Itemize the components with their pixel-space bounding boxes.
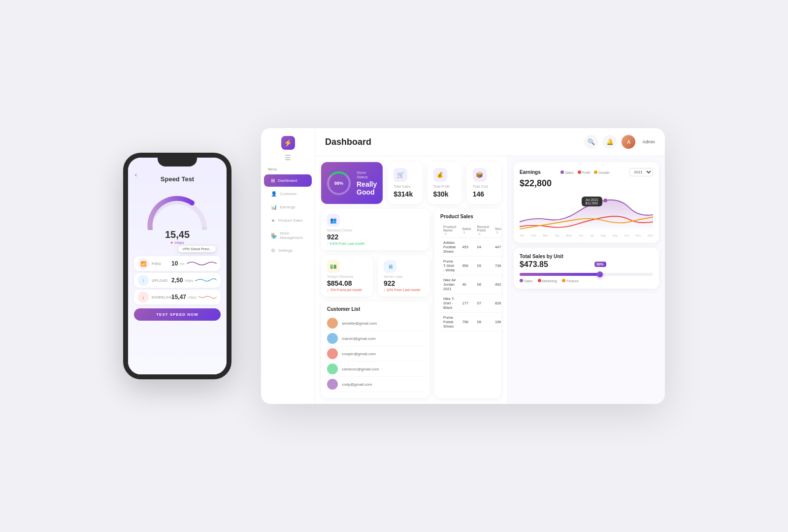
server-icon: 🖥	[384, 260, 396, 273]
customer-icon: 👤	[271, 191, 277, 197]
cell-record: 05	[474, 257, 492, 275]
total-sales-unit-title: Total Sales by Unit	[520, 254, 653, 259]
product-sales-icon: ★	[271, 218, 275, 223]
table-row: Puma Futsal Shoes 798 08 196 $219.78 Out…	[440, 313, 501, 332]
main-container: ‹ Speed Test	[0, 0, 788, 532]
left-col: 👥 Members Online 922 ↑ 9.8% From Last mo…	[321, 209, 429, 398]
customer-item: marvin@gmail.com	[327, 331, 424, 346]
hamburger-icon[interactable]: ☰	[261, 154, 315, 162]
total-profit-icon: 💰	[433, 168, 447, 182]
revenue-card: 💵 Today's Revenue $854.08 ↓ -5% FromLast…	[321, 255, 373, 297]
svg-point-2	[603, 199, 607, 202]
sidebar-item-label-customer: Customer	[280, 192, 297, 196]
customer-avatar-4	[327, 364, 338, 374]
cell-product-name: Puma Futsal Shoes	[440, 313, 459, 332]
customer-item: cooper@gmail.com	[327, 346, 424, 362]
total-cost-card: 📦 Total Cost 146	[467, 162, 501, 204]
table-row: Nike Air Jordan 2021 40 06 492 $202.87 O…	[440, 275, 501, 294]
tooltip-value: $12,500	[586, 201, 598, 205]
sidebar-item-store-management[interactable]: 🏪 Store Management	[264, 228, 312, 243]
table-row: Adidas Footbal Shoes 453 04 447 $293.01 …	[440, 238, 501, 257]
col-record[interactable]: Record Point ⇅	[474, 223, 492, 238]
sidebar-item-customer[interactable]: 👤 Customer	[264, 188, 312, 200]
customer-email-5: cody@gmail.com	[342, 382, 372, 387]
dashboard-header: Dashboard 🔍 🔔 A Admin	[315, 128, 665, 156]
members-label: Members Online	[327, 229, 424, 232]
search-button[interactable]: 🔍	[584, 135, 598, 149]
server-load-card: 🖥 Server Load 922 ↓ 10% From Last month	[378, 255, 429, 297]
earnings-card: Earnings Sales Profit Growth 2021 2020	[514, 162, 659, 243]
menu-label: Menu	[261, 167, 315, 171]
store-management-icon: 🏪	[271, 233, 277, 238]
customer-item: cody@gmail.com	[327, 377, 424, 392]
total-profit-card: 💰 Total Profit $30k	[427, 162, 462, 204]
sidebar-item-earnings[interactable]: 📊 Earnings	[264, 201, 312, 213]
earnings-value: $22,800	[520, 178, 653, 189]
cell-sales: 177	[459, 294, 474, 313]
stats-mid-row2: 💵 Today's Revenue $854.08 ↓ -5% FromLast…	[321, 255, 429, 297]
ping-icon: 📶	[138, 258, 149, 269]
speed-unit: ● mbps	[170, 240, 184, 245]
cell-stock: 492	[492, 275, 501, 294]
col-sales[interactable]: Sales ⇅	[459, 223, 474, 238]
customer-list-title: Customer List	[327, 306, 424, 312]
sidebar-item-product-sales[interactable]: ★ Product Sales	[264, 214, 312, 227]
stats-mid-row: 👥 Members Online 922 ↑ 9.8% From Last mo…	[321, 209, 429, 250]
legend-growth: Growth	[594, 170, 610, 174]
earnings-chart: Jul 2021 $12,500	[520, 193, 653, 232]
sidebar-item-label-settings: Settings	[278, 248, 293, 253]
total-profit-value: $30k	[433, 190, 456, 198]
sidebar-item-dashboard[interactable]: ⊞ Dashboard	[264, 174, 312, 187]
sidebar-item-label-earnings: Earnings	[280, 205, 296, 209]
sidebar-item-label-dashboard: Dashboard	[278, 178, 297, 183]
cell-record: 07	[474, 294, 492, 313]
col-stock[interactable]: Stock ⇅	[492, 223, 501, 238]
legend-marketing-unit: Marketing	[538, 279, 558, 283]
table-row: Puma T-Shirt - White 556 05 738 $450.54 …	[440, 257, 501, 275]
dashboard-icon: ⊞	[271, 178, 275, 183]
revenue-label: Today's Revenue	[327, 275, 367, 278]
year-select[interactable]: 2021 2020	[629, 168, 653, 176]
members-online-card: 👥 Members Online 922 ↑ 9.8% From Last mo…	[321, 209, 429, 250]
test-speed-button[interactable]: TEST SPEED NOW	[134, 308, 221, 321]
ping-unit: ms	[180, 262, 184, 266]
total-cost-label: Total Cost	[473, 185, 495, 188]
legend-profit: Profit	[578, 170, 590, 174]
cell-sales: 556	[459, 257, 474, 275]
customer-item: annette@gmail.com	[327, 316, 424, 331]
store-status-pct: 88%	[334, 181, 343, 186]
revenue-change: ↓ -5% FromLast month	[327, 288, 367, 292]
sidebar-logo: ⚡	[281, 136, 295, 150]
back-arrow-icon[interactable]: ‹	[135, 171, 137, 178]
sort-icon: ⇅	[478, 233, 481, 235]
upload-label: UPLOAD	[152, 279, 171, 282]
customer-email-3: cooper@gmail.com	[342, 352, 376, 356]
dashboard-center: 88% Store Status Really Good 🛒 Total Sal…	[315, 156, 507, 404]
upload-icon: ↑	[138, 275, 149, 286]
notifications-button[interactable]: 🔔	[603, 135, 617, 149]
dashboard-right-panel: Earnings Sales Profit Growth 2021 2020	[507, 156, 665, 404]
revenue-icon: 💵	[327, 260, 340, 273]
customer-avatar-5	[327, 379, 338, 390]
speed-value: 15,45	[165, 229, 190, 240]
sidebar: ⚡ ☰ Menu ⊞ Dashboard 👤 Customer 📊 Earnin…	[261, 128, 315, 404]
admin-label: Admin	[642, 139, 655, 144]
customer-email-4: cameron@gmail.com	[342, 367, 379, 371]
cell-product-name: Nike T-Shirt - Black	[440, 294, 459, 313]
sort-icon: ⇅	[463, 231, 465, 234]
sales-slider-fill	[520, 273, 600, 276]
customer-avatar-3	[327, 348, 338, 359]
store-status-card: 88% Store Status Really Good	[321, 162, 383, 204]
col-product-name[interactable]: Product Name ⇅	[440, 223, 459, 238]
dashboard-panel: ⚡ ☰ Menu ⊞ Dashboard 👤 Customer 📊 Earnin…	[261, 128, 665, 404]
sales-slider-thumb: 60%	[597, 271, 603, 277]
header-icons: 🔍 🔔 A Admin	[584, 135, 655, 149]
store-status-label: Store Status	[357, 170, 377, 179]
sidebar-item-settings[interactable]: ⚙ Settings	[264, 244, 312, 257]
phone-title: Speed Test	[134, 175, 221, 183]
upload-unit: mbps	[185, 279, 193, 282]
total-sales-value: $314k	[394, 190, 416, 198]
sales-slider[interactable]: 60%	[520, 273, 653, 276]
settings-icon: ⚙	[271, 248, 275, 253]
download-icon: ↓	[138, 292, 149, 302]
